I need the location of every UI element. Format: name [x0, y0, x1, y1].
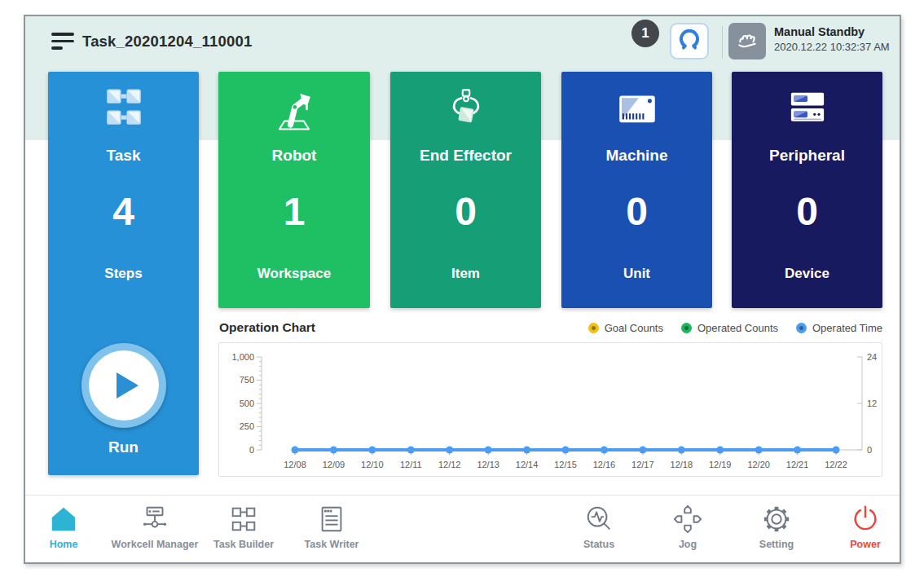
menu-icon[interactable]: [51, 33, 74, 51]
card-unit: Item: [390, 266, 541, 282]
card-label: Peripheral: [732, 147, 882, 165]
card-value: 0: [390, 189, 541, 234]
nav-divider: [25, 495, 900, 496]
servo-mode-button[interactable]: [670, 23, 709, 59]
notification-badge[interactable]: 1: [631, 20, 659, 47]
run-button[interactable]: [81, 343, 166, 428]
status-icon: [583, 502, 614, 536]
card-label: Robot: [218, 147, 370, 165]
task-writer-icon: [316, 502, 347, 536]
manual-hand-icon: [735, 28, 759, 55]
svg-text:12: 12: [867, 399, 877, 408]
card-end-effector[interactable]: End Effector 0 Item: [390, 72, 541, 308]
play-icon: [117, 372, 139, 399]
svg-text:12/12: 12/12: [438, 460, 461, 469]
power-icon: [850, 502, 881, 536]
task-builder-icon: [228, 502, 259, 536]
card-unit: Workspace: [218, 266, 370, 282]
chart-legend: Goal Counts Operated Counts Operated Tim…: [588, 322, 882, 334]
svg-text:250: 250: [240, 421, 254, 431]
card-value: 0: [561, 189, 712, 234]
svg-text:24: 24: [867, 352, 877, 362]
card-label: Task: [48, 147, 199, 165]
card-peripheral[interactable]: Peripheral 0 Device: [732, 72, 882, 308]
svg-text:12/21: 12/21: [786, 460, 809, 469]
robot-arm-icon: [218, 86, 370, 132]
legend-goal-counts: Goal Counts: [588, 322, 663, 334]
task-steps-icon: [48, 86, 199, 129]
app-window: Task_20201204_110001 1 Manual Standby 20…: [24, 15, 901, 564]
workcell-manager-icon: [139, 502, 170, 536]
gripper-icon: [390, 86, 541, 132]
svg-text:12/17: 12/17: [631, 460, 654, 469]
goal-counts-dot-icon: [588, 323, 599, 333]
svg-text:0: 0: [249, 445, 254, 455]
card-task[interactable]: Task 4 Steps Run: [48, 72, 199, 475]
svg-text:12/10: 12/10: [361, 460, 384, 469]
svg-text:12/08: 12/08: [284, 460, 306, 469]
card-machine[interactable]: Machine 0 Unit: [561, 72, 712, 308]
mode-status: Manual Standby 2020.12.22 10:32:37 AM: [774, 25, 890, 53]
svg-text:12/15: 12/15: [554, 460, 577, 469]
card-value: 4: [48, 189, 199, 234]
svg-text:1,000: 1,000: [231, 352, 254, 362]
svg-text:0: 0: [867, 445, 872, 455]
svg-text:12/16: 12/16: [593, 460, 616, 469]
card-robot[interactable]: Robot 1 Workspace: [218, 72, 370, 308]
legend-operated-time: Operated Time: [796, 322, 882, 334]
operation-chart: 02505007501,0000122412/0812/0912/1012/11…: [218, 342, 882, 477]
svg-text:12/14: 12/14: [516, 460, 539, 469]
card-label: Machine: [561, 147, 712, 165]
legend-operated-counts: Operated Counts: [681, 322, 778, 334]
mode-label: Manual Standby: [774, 25, 890, 38]
nav-task-writer[interactable]: Task Writer: [271, 502, 393, 559]
card-label: End Effector: [390, 147, 541, 165]
svg-text:12/18: 12/18: [671, 460, 693, 469]
run-label: Run: [108, 438, 139, 456]
card-unit: Unit: [561, 266, 712, 282]
mode-datetime: 2020.12.22 10:32:37 AM: [774, 41, 890, 53]
card-value: 1: [218, 189, 370, 234]
svg-text:500: 500: [240, 399, 254, 408]
jog-icon: [672, 502, 703, 536]
peripheral-icon: [732, 86, 882, 129]
svg-text:12/20: 12/20: [747, 460, 770, 469]
svg-text:12/13: 12/13: [477, 460, 499, 469]
svg-text:12/09: 12/09: [323, 460, 345, 469]
card-value: 0: [732, 189, 882, 234]
operation-chart-title: Operation Chart: [219, 320, 315, 335]
header-divider: [722, 26, 723, 59]
manual-mode-button[interactable]: [728, 23, 766, 59]
home-icon: [48, 502, 79, 536]
svg-text:12/11: 12/11: [400, 460, 422, 469]
setting-icon: [761, 502, 792, 536]
operated-time-dot-icon: [796, 323, 807, 333]
nav-power[interactable]: Power: [804, 502, 924, 559]
operated-counts-dot-icon: [681, 323, 692, 333]
card-unit: Steps: [48, 266, 199, 282]
robot-joint-icon: [678, 29, 701, 55]
svg-text:12/19: 12/19: [709, 460, 732, 469]
svg-text:750: 750: [240, 375, 254, 385]
page-title: Task_20201204_110001: [82, 33, 252, 51]
machine-icon: [561, 86, 712, 129]
card-unit: Device: [732, 266, 882, 282]
svg-text:12/22: 12/22: [825, 460, 847, 469]
